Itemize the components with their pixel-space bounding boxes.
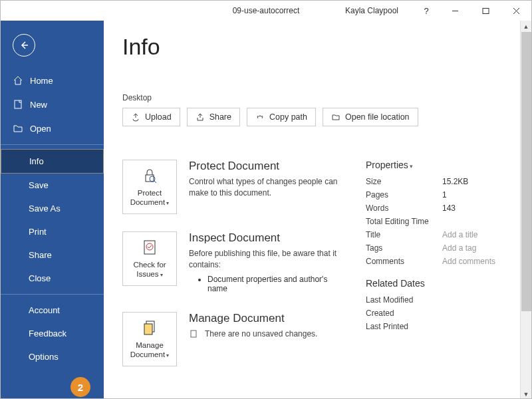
prop-label: Created xyxy=(366,309,442,318)
new-icon xyxy=(13,99,23,110)
nav-label: Save As xyxy=(29,203,61,213)
properties-heading[interactable]: Properties xyxy=(366,160,507,170)
scroll-down-button[interactable]: ▼ xyxy=(521,388,531,399)
nav-close[interactable]: Close xyxy=(1,267,104,290)
scroll-up-button[interactable]: ▲ xyxy=(521,21,531,32)
share-icon xyxy=(196,112,205,122)
minimize-button[interactable] xyxy=(440,1,470,21)
page-title: Info xyxy=(122,34,507,60)
maximize-button[interactable] xyxy=(470,1,501,21)
nav-separator xyxy=(1,294,104,295)
manage-document-button[interactable]: Manage Document xyxy=(122,312,177,366)
open-location-button[interactable]: Open file location xyxy=(323,108,418,126)
prop-value[interactable]: Add comments xyxy=(442,257,495,266)
nav-info[interactable]: Info xyxy=(1,149,104,174)
protect-document-button[interactable]: Protect Document xyxy=(122,160,177,214)
inspect-heading: Inspect Document xyxy=(189,231,348,245)
prop-label: Tags xyxy=(366,243,442,253)
help-button[interactable]: ? xyxy=(413,1,440,21)
check-icon xyxy=(141,238,158,257)
nav-label: Save xyxy=(29,180,49,190)
upload-icon xyxy=(131,112,140,122)
svg-rect-4 xyxy=(15,100,21,108)
nav-options[interactable]: Options xyxy=(1,345,104,368)
nav-feedback[interactable]: Feedback xyxy=(1,322,104,345)
nav-label: Home xyxy=(30,76,53,86)
nav-save-as[interactable]: Save As xyxy=(1,197,104,220)
button-label: Check for Issues xyxy=(123,261,176,279)
nav-share[interactable]: Share xyxy=(1,243,104,267)
nav-label: Feedback xyxy=(29,329,66,338)
nav-save[interactable]: Save xyxy=(1,174,104,197)
protect-desc: Control what types of changes people can… xyxy=(189,176,348,199)
prop-label: Last Modified xyxy=(366,295,442,305)
nav-label: Share xyxy=(29,250,52,260)
document-icon xyxy=(141,319,158,337)
file-location: Desktop xyxy=(122,93,507,102)
nav-label: Account xyxy=(29,305,60,315)
manage-section: Manage Document Manage Document There ar… xyxy=(122,312,348,366)
home-icon xyxy=(13,75,23,86)
prop-label: Total Editing Time xyxy=(366,217,442,226)
nav-label: Open xyxy=(30,124,51,134)
backstage-sidebar: Home New Open Info Save Save As Print Sh… xyxy=(1,21,104,399)
callout-badge: 2 xyxy=(70,377,90,397)
folder-icon xyxy=(331,112,340,122)
inspect-section: Check for Issues Inspect Document Before… xyxy=(122,231,348,295)
title-bar: 09-use-autocorrect Kayla Claypool ? xyxy=(1,1,531,21)
manage-desc: There are no unsaved changes. xyxy=(205,329,317,338)
scroll-thumb[interactable] xyxy=(521,32,531,311)
svg-line-7 xyxy=(154,181,156,183)
action-label: Copy path xyxy=(269,112,307,122)
prop-label: Last Printed xyxy=(366,322,442,331)
protect-heading: Protect Document xyxy=(189,160,348,173)
svg-rect-11 xyxy=(144,324,152,334)
action-label: Open file location xyxy=(345,112,410,122)
link-icon xyxy=(255,112,265,122)
svg-rect-12 xyxy=(191,331,196,337)
action-label: Upload xyxy=(145,112,172,122)
inspect-item: Document properties and author's name xyxy=(207,275,348,293)
nav-open[interactable]: Open xyxy=(1,116,104,140)
manage-heading: Manage Document xyxy=(189,312,317,325)
prop-value[interactable]: Add a title xyxy=(442,230,477,239)
nav-home[interactable]: Home xyxy=(1,68,104,92)
svg-point-9 xyxy=(146,243,153,250)
prop-label: Words xyxy=(366,203,442,213)
nav-label: New xyxy=(30,100,47,110)
copy-path-button[interactable]: Copy path xyxy=(247,108,316,126)
prop-value[interactable]: Add a tag xyxy=(442,243,476,253)
nav-new[interactable]: New xyxy=(1,92,104,116)
nav-label: Close xyxy=(29,273,51,283)
back-button[interactable] xyxy=(13,34,35,57)
prop-label: Title xyxy=(366,230,442,239)
prop-value: 15.2KB xyxy=(442,177,468,186)
nav-account[interactable]: Account xyxy=(1,299,104,322)
related-dates-heading: Related Dates xyxy=(366,278,507,289)
properties-panel: Properties Size15.2KB Pages1 Words143 To… xyxy=(366,160,507,384)
prop-value: 1 xyxy=(442,190,447,200)
check-issues-button[interactable]: Check for Issues xyxy=(122,231,177,286)
prop-label: Comments xyxy=(366,257,442,266)
document-title: 09-use-autocorrect xyxy=(233,6,300,15)
doc-small-icon xyxy=(189,329,198,338)
user-name[interactable]: Kayla Claypool xyxy=(345,6,398,15)
open-icon xyxy=(13,123,23,134)
nav-print[interactable]: Print xyxy=(1,220,104,243)
upload-button[interactable]: Upload xyxy=(122,108,180,126)
nav-label: Options xyxy=(29,352,59,362)
back-arrow-icon xyxy=(19,40,29,51)
prop-label: Size xyxy=(366,177,442,186)
action-label: Share xyxy=(209,112,231,122)
nav-label: Info xyxy=(29,156,44,166)
nav-separator xyxy=(1,144,104,145)
action-row: Upload Share Copy path Open file locatio… xyxy=(122,108,507,126)
button-label: Manage Document xyxy=(123,341,176,360)
vertical-scrollbar[interactable]: ▲ ▼ xyxy=(520,21,531,399)
prop-value: 143 xyxy=(442,203,456,213)
svg-point-6 xyxy=(150,176,155,182)
share-button[interactable]: Share xyxy=(187,108,240,126)
button-label: Protect Document xyxy=(123,189,176,207)
content-area: Info Desktop Upload Share Copy path Open xyxy=(104,21,531,399)
close-button[interactable] xyxy=(501,1,531,21)
